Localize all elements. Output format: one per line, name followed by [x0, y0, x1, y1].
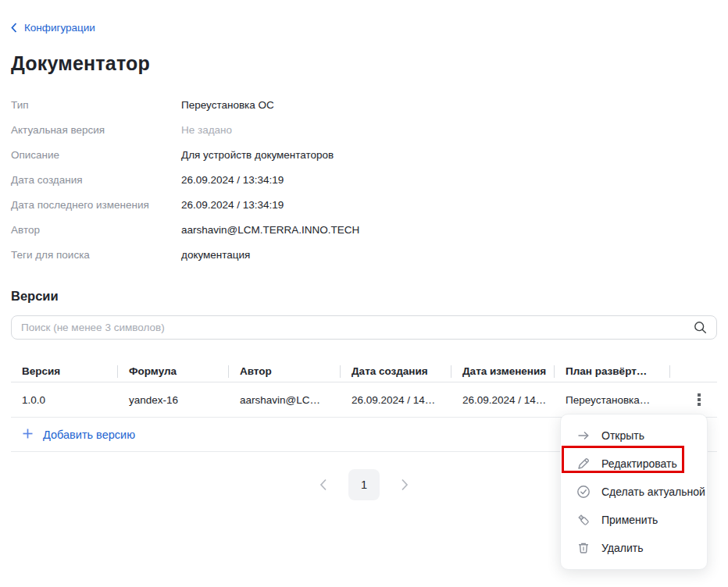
column-header-version[interactable]: Версия: [11, 365, 118, 378]
table-row[interactable]: 1.0.0 yandex-16 aarshavin@LC… 26.09.2024…: [11, 382, 717, 418]
row-context-menu: Открыть Редактировать Сделать актуальной: [560, 414, 708, 570]
menu-item-delete[interactable]: Удалить: [561, 534, 707, 562]
row-actions-kebab-icon[interactable]: [691, 391, 708, 408]
menu-item-apply[interactable]: Применить: [561, 506, 707, 534]
column-header-deploy-plan[interactable]: План развёрт…: [555, 365, 670, 378]
column-header-changed[interactable]: Дата изменения: [451, 365, 555, 378]
detail-label: Дата последнего изменения: [11, 199, 181, 211]
detail-row-type: Тип Переустановка ОС: [11, 92, 717, 117]
detail-label: Теги для поиска: [11, 249, 181, 261]
chevron-left-icon: [11, 23, 17, 33]
cell-created: 26.09.2024 / 14…: [341, 394, 451, 406]
detail-row-actual-version: Актуальная версия Не задано: [11, 117, 717, 142]
cell-formula: yandex-16: [118, 394, 229, 406]
trash-icon: [576, 541, 591, 555]
menu-item-edit[interactable]: Редактировать: [561, 450, 707, 478]
detail-label: Тип: [11, 99, 181, 111]
versions-section-title: Версии: [11, 289, 717, 304]
detail-value: 26.09.2024 / 13:34:19: [181, 199, 284, 211]
search-icon[interactable]: [694, 321, 707, 337]
detail-row-tags: Теги для поиска документация: [11, 242, 717, 267]
detail-label: Дата создания: [11, 174, 181, 186]
detail-value: документация: [181, 249, 250, 261]
pencil-icon: [576, 457, 591, 471]
configuration-details-page: Конфигурации Документатор Тип Переустано…: [0, 0, 728, 587]
menu-item-make-actual[interactable]: Сделать актуальной: [561, 478, 707, 506]
page-title: Документатор: [11, 52, 717, 75]
pagination-next-icon[interactable]: [395, 475, 414, 494]
menu-item-label: Применить: [601, 514, 658, 526]
menu-item-label: Сделать актуальной: [601, 486, 705, 498]
menu-item-label: Редактировать: [601, 457, 677, 470]
detail-row-author: Автор aarshavin@LCM.TERRA.INNO.TECH: [11, 217, 717, 242]
versions-search: [11, 315, 717, 340]
detail-row-modified: Дата последнего изменения 26.09.2024 / 1…: [11, 192, 717, 217]
details-list: Тип Переустановка ОС Актуальная версия Н…: [11, 92, 717, 267]
breadcrumb-label: Конфигурации: [24, 22, 95, 34]
detail-row-description: Описание Для устройств документаторов: [11, 142, 717, 167]
detail-row-created: Дата создания 26.09.2024 / 13:34:19: [11, 167, 717, 192]
detail-label: Актуальная версия: [11, 124, 181, 136]
cell-deploy-plan: Переустановка…: [555, 394, 670, 406]
search-input[interactable]: [11, 315, 717, 340]
column-header-created[interactable]: Дата создания: [341, 365, 451, 378]
arrow-right-icon: [576, 429, 591, 443]
cell-author: aarshavin@LC…: [229, 394, 341, 406]
table-header-row: Версия Формула Автор Дата создания Дата …: [11, 361, 717, 382]
pagination-page-1[interactable]: 1: [348, 469, 380, 500]
detail-value: aarshavin@LCM.TERRA.INNO.TECH: [181, 224, 359, 236]
detail-label: Описание: [11, 149, 181, 161]
column-header-formula[interactable]: Формула: [118, 365, 229, 378]
column-header-author[interactable]: Автор: [229, 365, 341, 378]
detail-label: Автор: [11, 224, 181, 236]
menu-item-open[interactable]: Открыть: [561, 422, 707, 450]
check-circle-icon: [576, 485, 591, 499]
cell-version: 1.0.0: [11, 394, 118, 406]
add-version-label: Добавить версию: [43, 429, 135, 441]
cell-changed: 26.09.2024 / 14…: [451, 394, 555, 406]
menu-item-label: Открыть: [601, 429, 644, 442]
menu-item-label: Удалить: [601, 542, 643, 554]
detail-value: Для устройств документаторов: [181, 149, 334, 161]
plus-icon: [22, 428, 34, 442]
pagination-prev-icon[interactable]: [314, 475, 333, 494]
detail-value: Не задано: [181, 124, 232, 136]
detail-value: Переустановка ОС: [181, 99, 274, 111]
breadcrumb-back-link[interactable]: Конфигурации: [11, 0, 95, 34]
usb-drive-icon: [576, 513, 591, 527]
detail-value: 26.09.2024 / 13:34:19: [181, 174, 284, 186]
